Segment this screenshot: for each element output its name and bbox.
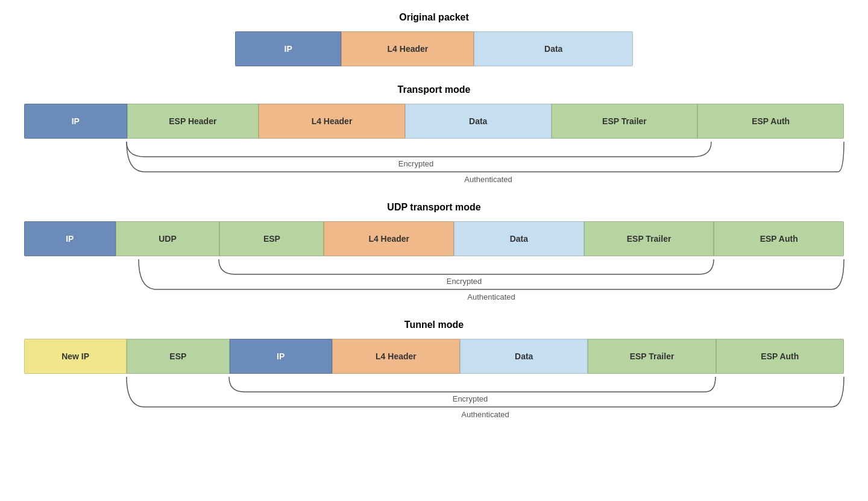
tunnel-bracket-svg: Encrypted Authenticated bbox=[24, 374, 844, 419]
transport-annotations: Encrypted Authenticated bbox=[24, 139, 844, 184]
original-packet-row: IP L4 Header Data bbox=[235, 31, 633, 66]
original-ip-cell: IP bbox=[235, 31, 341, 66]
udp-transport-title: UDP transport mode bbox=[24, 202, 844, 213]
udp-esp-auth-cell: ESP Auth bbox=[714, 221, 844, 256]
udp-esp-trailer-cell: ESP Trailer bbox=[584, 221, 714, 256]
tunnel-ip-cell: IP bbox=[230, 339, 332, 374]
udp-authenticated-label: Authenticated bbox=[467, 292, 515, 301]
tunnel-l4-cell: L4 Header bbox=[332, 339, 460, 374]
transport-encrypted-label: Encrypted bbox=[398, 159, 434, 168]
transport-data-cell: Data bbox=[405, 104, 552, 139]
transport-authenticated-label: Authenticated bbox=[464, 175, 512, 184]
tunnel-esp-cell: ESP bbox=[127, 339, 229, 374]
tunnel-authenticated-label: Authenticated bbox=[461, 410, 509, 419]
udp-bracket-svg: Encrypted Authenticated bbox=[24, 256, 844, 301]
tunnel-mode-section: Tunnel mode New IP ESP IP L4 Header Data… bbox=[24, 320, 844, 419]
tunnel-encrypted-label: Encrypted bbox=[453, 394, 488, 403]
transport-esp-trailer-cell: ESP Trailer bbox=[552, 104, 698, 139]
tunnel-esp-auth-cell: ESP Auth bbox=[716, 339, 844, 374]
transport-mode-section: Transport mode IP ESP Header L4 Header D… bbox=[24, 84, 844, 184]
udp-encrypted-label: Encrypted bbox=[447, 277, 482, 286]
transport-bracket-svg: Encrypted Authenticated bbox=[24, 139, 844, 184]
transport-l4-cell: L4 Header bbox=[259, 104, 405, 139]
page: Original packet IP L4 Header Data Transp… bbox=[0, 0, 868, 449]
udp-annotations: Encrypted Authenticated bbox=[24, 256, 844, 301]
tunnel-esp-trailer-cell: ESP Trailer bbox=[588, 339, 715, 374]
original-packet-title: Original packet bbox=[24, 12, 844, 23]
udp-esp-cell: ESP bbox=[219, 221, 324, 256]
transport-mode-title: Transport mode bbox=[24, 84, 844, 95]
transport-esp-header-cell: ESP Header bbox=[127, 104, 259, 139]
udp-packet-row: IP UDP ESP L4 Header Data ESP Trailer ES… bbox=[24, 221, 844, 256]
tunnel-newip-cell: New IP bbox=[24, 339, 127, 374]
transport-ip-cell: IP bbox=[24, 104, 127, 139]
original-packet-section: Original packet IP L4 Header Data bbox=[24, 12, 844, 66]
tunnel-annotations: Encrypted Authenticated bbox=[24, 374, 844, 419]
tunnel-data-cell: Data bbox=[460, 339, 588, 374]
udp-ip-cell: IP bbox=[24, 221, 116, 256]
udp-data-cell: Data bbox=[454, 221, 584, 256]
tunnel-packet-row: New IP ESP IP L4 Header Data ESP Trailer… bbox=[24, 339, 844, 374]
udp-udp-cell: UDP bbox=[116, 221, 220, 256]
original-data-cell: Data bbox=[474, 31, 633, 66]
tunnel-mode-title: Tunnel mode bbox=[24, 320, 844, 330]
udp-transport-section: UDP transport mode IP UDP ESP L4 Header … bbox=[24, 202, 844, 301]
transport-esp-auth-cell: ESP Auth bbox=[697, 104, 844, 139]
original-l4-cell: L4 Header bbox=[341, 31, 474, 66]
transport-packet-row: IP ESP Header L4 Header Data ESP Trailer… bbox=[24, 104, 844, 139]
udp-l4-cell: L4 Header bbox=[324, 221, 454, 256]
